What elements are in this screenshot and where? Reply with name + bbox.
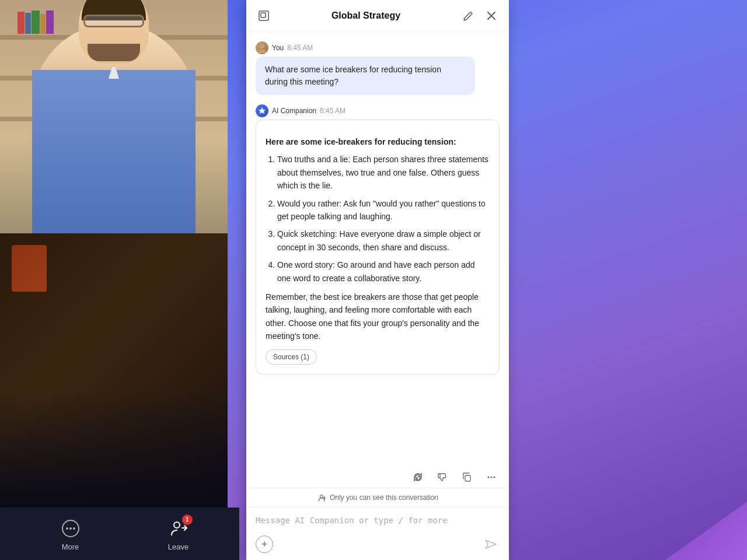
ai-message-row: AI Companion 8:45 AM Here are some ice-b… [256, 104, 500, 374]
bottom-bar: More 1 Leave [0, 508, 239, 560]
svg-point-10 [491, 477, 493, 478]
user-message-row: You 8:45 AM What are some ice breakers f… [256, 41, 500, 95]
video-bottom [0, 233, 228, 508]
ai-heading: Here are some ice-breakers for reducing … [266, 137, 456, 146]
input-bottom-row: + [256, 536, 500, 553]
chat-panel: Global Strategy [246, 0, 509, 560]
thumbsdown-button[interactable] [434, 469, 451, 485]
svg-point-1 [66, 527, 68, 530]
message-input[interactable] [256, 514, 500, 528]
leave-button[interactable]: 1 Leave [167, 517, 190, 551]
topbar-right-actions [460, 8, 500, 24]
user-message-meta: You 8:45 AM [256, 41, 500, 54]
svg-rect-8 [465, 475, 470, 481]
ai-avatar [256, 104, 268, 117]
user-message-bubble: What are some ice breakers for reducing … [256, 57, 475, 95]
user-sender-name: You [272, 44, 284, 52]
ai-message-meta: AI Companion 8:45 AM [256, 104, 500, 117]
svg-point-3 [73, 527, 75, 530]
svg-point-9 [488, 477, 490, 478]
ai-list: Two truths and a lie: Each person shares… [266, 153, 490, 285]
action-row [246, 464, 509, 488]
person-beard [88, 44, 140, 61]
video-top-inner [0, 0, 228, 233]
list-item: Quick sketching: Have everyone draw a si… [277, 228, 490, 254]
more-button[interactable]: More [50, 512, 92, 556]
add-icon: + [261, 538, 268, 551]
svg-point-7 [260, 44, 264, 48]
user-avatar-img [256, 41, 268, 54]
privacy-notice: Only you can see this conversation [246, 488, 509, 507]
more-icon [59, 517, 82, 540]
privacy-icon [317, 493, 326, 502]
person-head [79, 0, 149, 64]
close-icon[interactable] [483, 8, 500, 24]
svg-point-4 [174, 522, 180, 528]
list-item: Two truths and a lie: Each person shares… [277, 153, 490, 192]
ai-message-bubble: Here are some ice-breakers for reducing … [256, 120, 500, 374]
ai-sender-name: AI Companion [272, 107, 316, 115]
sources-button[interactable]: Sources (1) [266, 349, 317, 365]
user-message-time: 8:45 AM [287, 44, 313, 52]
video-bottom-inner [0, 233, 228, 508]
more-actions-button[interactable] [483, 469, 500, 485]
messages-area[interactable]: You 8:45 AM What are some ice breakers f… [246, 32, 509, 464]
list-item: One word story: Go around and have each … [277, 258, 490, 285]
send-button[interactable] [482, 536, 500, 553]
privacy-text: Only you can see this conversation [330, 494, 438, 502]
topbar-left-actions [256, 8, 272, 24]
more-label: More [62, 542, 79, 551]
copy-button[interactable] [459, 469, 475, 485]
list-item: Would you rather: Ask fun "would you rat… [277, 197, 490, 223]
svg-point-11 [494, 477, 495, 478]
leave-badge: 1 [182, 514, 193, 525]
panel-topbar: Global Strategy [246, 0, 509, 32]
panel-title: Global Strategy [331, 10, 400, 21]
leave-label: Leave [168, 542, 189, 551]
input-area: + [246, 507, 509, 560]
person-glasses [83, 15, 144, 27]
ai-message-time: 8:45 AM [320, 107, 345, 115]
svg-rect-6 [261, 13, 266, 18]
edit-icon[interactable] [460, 8, 476, 24]
svg-point-12 [320, 495, 323, 498]
video-container [0, 0, 228, 508]
svg-point-2 [69, 527, 72, 530]
user-avatar [256, 41, 268, 54]
add-attachment-button[interactable]: + [256, 536, 273, 553]
refresh-button[interactable] [410, 469, 426, 485]
person-figure [32, 23, 196, 233]
send-icon [484, 538, 497, 551]
video-top [0, 0, 228, 233]
expand-icon[interactable] [256, 8, 272, 24]
ai-footer-text: Remember, the best ice breakers are thos… [266, 290, 490, 343]
